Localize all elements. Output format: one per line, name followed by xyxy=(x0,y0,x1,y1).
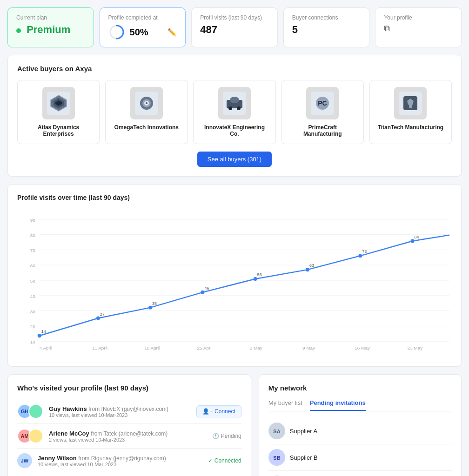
connect-icon: 👤+ xyxy=(202,408,213,415)
svg-text:PC: PC xyxy=(318,99,327,107)
visitor-info: Guy Hawkins from INovEX (guy@inovex.com)… xyxy=(49,405,192,418)
chart-point-5 xyxy=(306,268,309,271)
network-tabs: My buyer list Pending invitations xyxy=(268,399,452,411)
edit-icon[interactable]: ✏️ xyxy=(168,28,177,37)
active-buyers-title: Active buyers on Axya xyxy=(17,65,452,73)
plan-value: Premium xyxy=(16,24,85,36)
svg-point-10 xyxy=(146,102,147,104)
chart-section: Profile visits over time (last 90 days) … xyxy=(7,184,462,367)
profile-link[interactable]: ⧉ xyxy=(384,24,453,33)
visits-value: 487 xyxy=(200,24,269,36)
chart-container: 10 20 30 40 50 60 70 80 90 xyxy=(17,207,452,357)
svg-text:30: 30 xyxy=(30,309,36,314)
visitor-avatar-group: JW xyxy=(17,453,32,468)
profile-complete-label: Profile completed at xyxy=(108,14,177,21)
svg-text:25 April: 25 April xyxy=(197,345,213,350)
visits-card: Profil visits (last 90 days) 487 xyxy=(191,7,278,47)
buyer-logo-titantech xyxy=(394,87,427,119)
buyer-card-atlas[interactable]: Atlas Dynamics Enterprises xyxy=(17,80,100,144)
pending-status: 🕐 Pending xyxy=(212,433,241,439)
network-section: My network My buyer list Pending invitat… xyxy=(259,374,462,476)
your-profile-card: Your profile ⧉ xyxy=(375,7,462,47)
see-all-buyers-button[interactable]: See all buyers (301) xyxy=(197,152,272,167)
svg-text:20: 20 xyxy=(30,324,36,329)
progress-circle xyxy=(108,24,125,40)
svg-text:18 April: 18 April xyxy=(144,345,160,350)
svg-point-13 xyxy=(230,97,239,103)
buyer-name-atlas: Atlas Dynamics Enterprises xyxy=(24,124,93,137)
network-title: My network xyxy=(268,384,452,392)
supplier-item: SB Supplier B xyxy=(268,444,452,471)
svg-point-14 xyxy=(228,106,232,110)
svg-text:27: 27 xyxy=(100,312,105,317)
chart-point-6 xyxy=(358,254,362,258)
svg-rect-22 xyxy=(409,105,412,108)
profile-complete-row: 50% ✏️ xyxy=(108,24,177,40)
visitor-item: AM Arlene McCoy from Tatek (arlene@tatek… xyxy=(17,424,241,449)
supplier-avatar: SB xyxy=(268,449,285,466)
svg-text:84: 84 xyxy=(415,235,419,239)
connections-card: Buyer connections 5 xyxy=(283,7,370,47)
profile-complete-card: Profile completed at 50% ✏️ xyxy=(100,7,186,47)
external-link-icon[interactable]: ⧉ xyxy=(384,24,390,33)
buyer-name-titantech: TitanTech Manufacturing xyxy=(378,124,444,131)
svg-text:16 May: 16 May xyxy=(355,345,370,350)
svg-text:63: 63 xyxy=(309,263,314,268)
connected-status: ✓ Connected xyxy=(208,457,241,464)
visitor-avatar-group: GH xyxy=(17,404,43,419)
connections-label: Buyer connections xyxy=(292,14,361,21)
buyer-card-innovatex[interactable]: InnovateX Engineering Co. xyxy=(193,80,275,144)
visitors-section: Who's visited your profile (last 90 days… xyxy=(7,374,251,476)
svg-text:56: 56 xyxy=(257,272,262,277)
buyer-logo-innovatex xyxy=(218,87,251,119)
tab-buyer-list[interactable]: My buyer list xyxy=(268,399,302,411)
buyer-name-omega: OmegaTech Innovations xyxy=(114,124,179,131)
visitor-info: Arlene McCoy from Tatek (arlene@tatek.co… xyxy=(49,430,208,443)
buyer-name-innovatex: InnovateX Engineering Co. xyxy=(200,124,268,137)
buyer-card-titantech[interactable]: TitanTech Manufacturing xyxy=(369,80,452,144)
svg-text:40: 40 xyxy=(30,294,36,299)
svg-point-15 xyxy=(237,106,241,110)
visitor-meta: 2 views, last viewed 10-Mar-2023 xyxy=(49,437,208,443)
green-dot-icon xyxy=(16,28,21,33)
plan-label: Current plan xyxy=(16,14,85,21)
tab-pending-invitations[interactable]: Pending invitations xyxy=(310,399,366,411)
buyers-grid: Atlas Dynamics Enterprises OmegaTech Inn… xyxy=(17,80,452,144)
svg-text:10: 10 xyxy=(30,339,36,344)
visitor-item: GH Guy Hawkins from INovEX (guy@inovex.c… xyxy=(17,399,241,424)
svg-text:4 April: 4 April xyxy=(40,345,53,350)
visitor-avatar-secondary xyxy=(28,404,43,419)
supplier-avatar: SA xyxy=(268,423,285,439)
visitors-title: Who's visited your profile (last 90 days… xyxy=(17,384,241,392)
buyer-card-primecraft[interactable]: PC PrimeCraft Manufacturing xyxy=(281,80,364,144)
visitor-avatar-secondary xyxy=(28,429,43,443)
buyer-logo-atlas xyxy=(42,87,75,119)
active-buyers-section: Active buyers on Axya Atlas Dynamics Ent… xyxy=(7,55,462,177)
chart-point-1 xyxy=(96,317,100,320)
visitor-name: Jenny Wilson from Rigunay (jenny@rigunay… xyxy=(38,455,203,462)
svg-text:23 May: 23 May xyxy=(408,345,423,350)
visitor-item: JW Jenny Wilson from Rigunay (jenny@rigu… xyxy=(17,449,241,473)
visitor-name: Arlene McCoy from Tatek (arlene@tatek.co… xyxy=(49,430,208,437)
visitor-avatar-group: AM xyxy=(17,429,43,443)
svg-text:14: 14 xyxy=(41,329,46,334)
svg-text:35: 35 xyxy=(152,301,157,306)
supplier-item: SA Supplier A xyxy=(268,418,452,444)
svg-text:2 May: 2 May xyxy=(250,345,262,350)
connections-value: 5 xyxy=(292,24,361,36)
svg-text:SB: SB xyxy=(273,455,280,461)
svg-text:90: 90 xyxy=(30,218,36,223)
visitor-info: Jenny Wilson from Rigunay (jenny@rigunay… xyxy=(38,455,203,467)
check-icon: ✓ xyxy=(208,457,213,464)
chart-title: Profile visits over time (last 90 days) xyxy=(17,194,452,201)
buyer-name-primecraft: PrimeCraft Manufacturing xyxy=(288,124,357,137)
buyer-logo-primecraft: PC xyxy=(306,87,339,119)
visitor-meta: 10 views, last viewed 10-Mar-2023 xyxy=(49,412,192,418)
clock-icon: 🕐 xyxy=(212,433,219,439)
buyer-card-omega[interactable]: OmegaTech Innovations xyxy=(105,80,188,144)
svg-text:50: 50 xyxy=(30,278,36,284)
buyer-logo-omega xyxy=(130,87,163,119)
chart-point-3 xyxy=(201,291,204,294)
connect-button[interactable]: 👤+ Connect xyxy=(196,405,241,417)
chart-point-0 xyxy=(38,334,41,337)
